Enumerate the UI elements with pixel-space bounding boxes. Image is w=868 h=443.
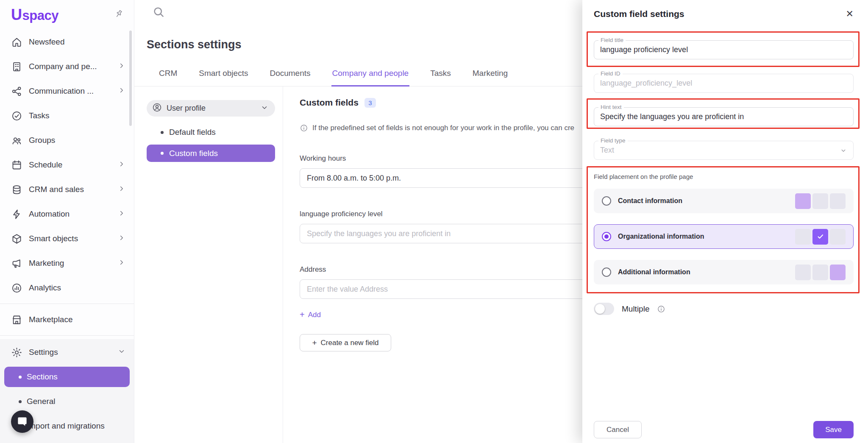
chat-launcher-button[interactable] [11,410,33,433]
chevron-right-icon [118,209,125,219]
preview-block-highlight [830,265,846,280]
check-icon [816,232,825,241]
sidebar-item-label: Import and migrations [27,421,105,431]
sidebar-item-sections[interactable]: Sections [4,367,130,387]
subnav-item-label: Custom fields [169,149,218,158]
multiple-toggle[interactable] [594,303,614,315]
automation-icon [11,209,22,220]
sidebar-item-marketing[interactable]: Marketing [0,251,134,276]
hint-text-input[interactable] [594,107,854,126]
sidebar-scrollbar[interactable] [129,31,132,126]
sidebar-item-label: Company and pe... [29,62,118,71]
analytics-icon [11,282,22,294]
tab-crm[interactable]: CRM [158,67,178,86]
logo-row: Uspacy [0,0,134,30]
tab-marketing[interactable]: Marketing [472,67,509,86]
calendar-icon [11,159,22,171]
cancel-button[interactable]: Cancel [594,421,642,438]
placement-option-organizational[interactable]: Organizational information [594,224,854,249]
toggle-knob [595,304,605,314]
preview-block [812,193,828,209]
multiple-label: Multiple [622,304,649,314]
placement-option-contact[interactable]: Contact information [594,189,854,213]
preview-block-checked [812,229,828,245]
preview-block [795,265,811,280]
chevron-right-icon [118,259,125,268]
field-id-input[interactable] [594,74,854,93]
drawer-footer: Cancel Save [594,421,854,438]
sidebar-item-crm[interactable]: CRM and sales [0,177,134,202]
add-button-label: Add [308,311,321,319]
placement-section-label: Field placement on the profile page [594,173,854,180]
add-button[interactable]: + Add [300,310,334,320]
radio-unselected-icon[interactable] [602,196,611,206]
info-note: If the predefined set of fields is not e… [300,124,579,132]
sidebar-item-label: Marketing [29,259,118,268]
tab-tasks[interactable]: Tasks [429,67,452,86]
sidebar-item-company[interactable]: Company and pe... [0,54,134,79]
radio-selected-icon[interactable] [602,232,611,241]
field-type-select[interactable]: Text [594,141,854,160]
tab-smart-objects[interactable]: Smart objects [198,67,249,86]
sidebar-item-label: Automation [29,209,118,219]
profile-type-selector[interactable]: User profile [147,100,275,117]
placement-preview-additional [795,265,846,280]
count-badge: 3 [364,98,376,108]
create-new-field-button[interactable]: + Create a new field [300,334,391,351]
sidebar-item-label: Smart objects [29,234,118,243]
plus-icon: + [312,338,317,348]
drawer-header: Custom field settings ✕ [594,0,854,21]
chevron-right-icon [118,185,125,194]
sidebar-item-label: Groups [29,136,125,145]
bullet-dot [19,376,22,379]
chevron-down-icon [840,147,847,154]
sidebar-item-tasks[interactable]: Tasks [0,103,134,128]
field-title-input[interactable] [594,40,854,59]
subnav-item-custom-fields[interactable]: Custom fields [147,145,275,162]
sidebar-item-communication[interactable]: Communication ... [0,79,134,103]
groups-icon [11,135,22,146]
preview-block [795,229,811,245]
custom-fields-heading: Custom fields [300,98,359,108]
sidebar-item-analytics[interactable]: Analytics [0,276,134,300]
info-icon [300,124,308,132]
sidebar-item-label: Tasks [29,111,125,120]
field-type-value: Text [600,146,614,155]
bullet-dot [161,131,164,134]
tab-company-and-people[interactable]: Company and people [331,67,410,86]
sidebar-item-marketplace[interactable]: Marketplace [0,307,134,332]
field-type-group: Field type Text [594,141,854,160]
marketing-icon [11,258,22,269]
profile-selector-label: User profile [167,104,206,113]
building-icon [11,61,22,72]
sidebar-item-smart-objects[interactable]: Smart objects [0,226,134,251]
bullet-dot [19,400,22,403]
placement-option-additional[interactable]: Additional information [594,260,854,284]
sidebar-item-settings[interactable]: Settings [0,340,134,365]
close-icon[interactable]: ✕ [846,9,854,19]
radio-unselected-icon[interactable] [602,267,611,277]
sidebar-item-label: CRM and sales [29,185,118,194]
search-icon[interactable] [152,6,165,18]
logo-text: spacy [22,8,58,23]
save-button[interactable]: Save [813,421,854,438]
subnav-item-default-fields[interactable]: Default fields [147,128,275,137]
chevron-down-icon [118,348,125,357]
communication-icon [11,86,22,97]
field-type-label: Field type [598,137,628,144]
tasks-icon [11,110,22,122]
tab-documents[interactable]: Documents [269,67,311,86]
pin-icon[interactable] [114,9,124,21]
crm-icon [11,184,22,195]
sidebar-item-automation[interactable]: Automation [0,202,134,226]
sidebar-item-groups[interactable]: Groups [0,128,134,153]
chevron-right-icon [118,62,125,71]
sidebar-item-label: Newsfeed [29,37,125,47]
sidebar-item-schedule[interactable]: Schedule [0,153,134,177]
page-title: Sections settings [147,38,242,51]
custom-field-settings-drawer: Custom field settings ✕ Field title Fiel… [582,0,868,443]
sidebar-item-label: General [27,397,56,406]
sidebar-item-newsfeed[interactable]: Newsfeed [0,30,134,54]
placement-preview-contact [795,193,846,209]
sidebar-item-general[interactable]: General [0,389,134,414]
